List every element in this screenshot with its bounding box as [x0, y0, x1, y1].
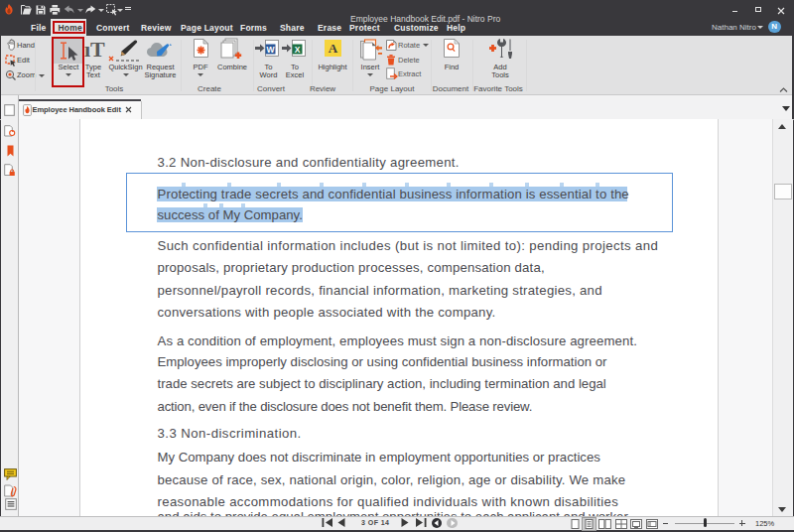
svg-text:W: W: [266, 45, 275, 55]
svg-text:X: X: [295, 45, 301, 55]
